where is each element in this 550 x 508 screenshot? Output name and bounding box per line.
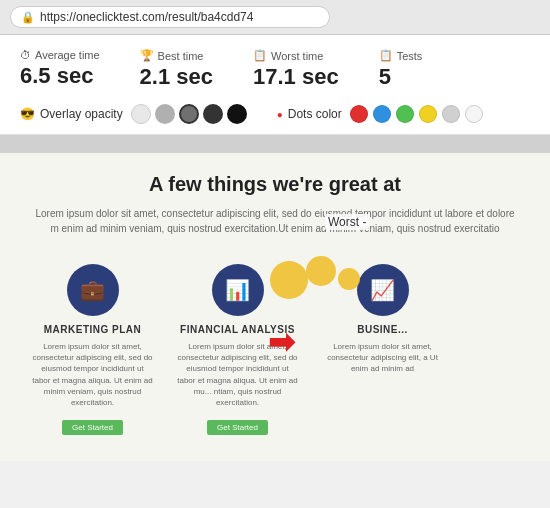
card-marketing: 💼 MARKETING PLAN Lorem ipsum dolor sit a… [20,252,165,447]
marketing-text: Lorem ipsum dolor sit amet, consectetur … [32,341,153,408]
dots-color-icon: ● [277,109,283,120]
url-text: https://oneclicktest.com/result/ba4cdd74 [40,10,253,24]
worst-label: 📋 Worst time [253,49,339,62]
stat-worst: 📋 Worst time 17.1 sec [253,49,339,90]
tests-value: 5 [379,64,423,90]
marketing-title: MARKETING PLAN [32,324,153,335]
tests-label: 📋 Tests [379,49,423,62]
dot-yellow[interactable] [419,105,437,123]
dots-color-label: ● Dots color [277,107,342,121]
separator [0,135,550,153]
opacity-swatches [131,104,247,124]
stat-tests: 📋 Tests 5 [379,49,423,90]
address-bar[interactable]: 🔒 https://oneclicktest.com/result/ba4cdd… [10,6,330,28]
average-label: ⏱ Average time [20,49,100,61]
preview-content: A few things we're great at Lorem ipsum … [0,153,550,461]
yellow-dot-3 [338,268,360,290]
overlay-opacity-label: 😎 Overlay opacity [20,107,123,121]
preview-text: Lorem ipsum dolor sit amet, consectetur … [20,206,530,236]
financial-btn[interactable]: Get Started [207,420,268,435]
business-icon-circle: 📈 [357,264,409,316]
opacity-swatch-4[interactable] [203,104,223,124]
dot-green[interactable] [396,105,414,123]
financial-icon-circle: 📊 [212,264,264,316]
opacity-swatch-3[interactable] [179,104,199,124]
stat-best: 🏆 Best time 2.1 sec [140,49,213,90]
marketing-btn[interactable]: Get Started [62,420,123,435]
average-value: 6.5 sec [20,63,100,89]
business-title: BUSINE... [322,324,443,335]
best-icon: 🏆 [140,49,154,62]
best-label: 🏆 Best time [140,49,213,62]
marketing-icon: 💼 [80,278,105,302]
opacity-swatch-5[interactable] [227,104,247,124]
tests-icon: 📋 [379,49,393,62]
financial-icon: 📊 [225,278,250,302]
dot-light-gray[interactable] [442,105,460,123]
dot-red[interactable] [350,105,368,123]
options-row: 😎 Overlay opacity ● Dots color [20,104,530,124]
stats-panel: ⏱ Average time 6.5 sec 🏆 Best time 2.1 s… [0,35,550,135]
best-value: 2.1 sec [140,64,213,90]
opacity-swatch-2[interactable] [155,104,175,124]
red-arrow: ➡ [268,323,295,361]
marketing-icon-circle: 💼 [67,264,119,316]
dot-white[interactable] [465,105,483,123]
lock-icon: 🔒 [21,11,35,24]
preview-title: A few things we're great at [20,173,530,196]
browser-bar: 🔒 https://oneclicktest.com/result/ba4cdd… [0,0,550,35]
preview-area: A few things we're great at Lorem ipsum … [0,153,550,461]
business-text: Lorem ipsum dolor sit amet, consectetur … [322,341,443,375]
worst-icon: 📋 [253,49,267,62]
business-icon: 📈 [370,278,395,302]
overlay-icon: 😎 [20,107,35,121]
yellow-dot-2 [306,256,336,286]
opacity-swatch-1[interactable] [131,104,151,124]
worst-overlay-label: Worst - [325,214,369,230]
dots-color-group: ● Dots color [277,105,483,123]
dot-blue[interactable] [373,105,391,123]
color-dots [350,105,483,123]
stats-row: ⏱ Average time 6.5 sec 🏆 Best time 2.1 s… [20,49,530,90]
worst-value: 17.1 sec [253,64,339,90]
overlay-opacity-group: 😎 Overlay opacity [20,104,247,124]
stat-average: ⏱ Average time 6.5 sec [20,49,100,89]
average-icon: ⏱ [20,49,31,61]
yellow-dot-1 [270,261,308,299]
